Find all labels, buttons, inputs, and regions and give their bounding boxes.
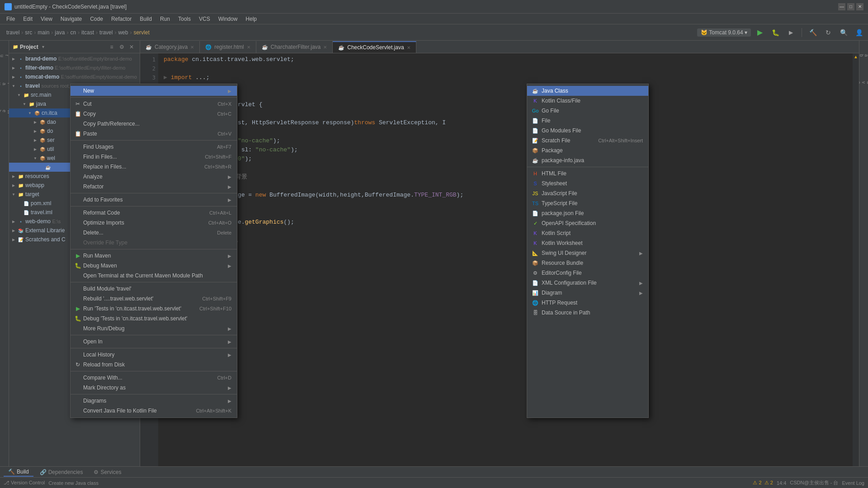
menu-navigate[interactable]: Navigate [57, 15, 85, 23]
tab-close-2[interactable]: ✕ [247, 45, 250, 50]
ctx-paste[interactable]: 📋 Paste Ctrl+V [71, 129, 237, 139]
submenu-swing-ui[interactable]: 📐 Swing UI Designer ▶ [527, 248, 648, 258]
menu-view[interactable]: View [37, 15, 56, 23]
panel-collapse-all[interactable]: ≡ [107, 42, 116, 52]
breadcrumb-web[interactable]: web [118, 29, 128, 36]
tab-close-3[interactable]: ✕ [323, 45, 327, 50]
warning-marker-1[interactable]: ▲ [853, 53, 859, 60]
tree-item-tomcat-demo[interactable]: ▶ ▪ tomcat-demo E:\soft\untitledEmpty\to… [9, 72, 140, 81]
submenu-go-modules[interactable]: 📄 Go Modules File [527, 126, 648, 136]
minimize-button[interactable]: — [838, 3, 845, 10]
menu-refactor[interactable]: Refactor [108, 15, 135, 23]
ctx-debug-maven[interactable]: 🐛 Debug Maven ▶ [71, 261, 237, 271]
tab-close-1[interactable]: ✕ [190, 45, 194, 50]
ctx-debug-tests[interactable]: 🐛 Debug 'Tests in 'cn.itcast.travel.web.… [71, 314, 237, 324]
submenu-ts[interactable]: TS TypeScript File [527, 198, 648, 208]
menu-build[interactable]: Build [136, 15, 156, 23]
tree-item-brand-demo[interactable]: ▶ ▪ brand-demo E:\soft\untitledEmpty\bra… [9, 54, 140, 63]
debug-button[interactable]: 🐛 [769, 26, 782, 39]
coverage-button[interactable]: ▶ [784, 26, 797, 39]
ctx-mark-dir[interactable]: Mark Directory as ▶ [71, 383, 237, 393]
menu-code[interactable]: Code [86, 15, 107, 23]
menu-help[interactable]: Help [242, 15, 260, 23]
bottom-tab-build[interactable]: 🔨 Build [4, 468, 33, 477]
close-button[interactable]: ✕ [856, 3, 863, 10]
ctx-open-terminal[interactable]: Open Terminal at the Current Maven Modul… [71, 271, 237, 281]
event-log-label[interactable]: Event Log [842, 480, 864, 486]
breadcrumb-servlet[interactable]: servlet [133, 29, 149, 36]
status-version-control[interactable]: ⎇ Version Control [4, 480, 45, 486]
ctx-optimize[interactable]: Optimize Imports Ctrl+Alt+O [71, 218, 237, 228]
submenu-diagram[interactable]: 📊 Diagram ▶ [527, 288, 648, 298]
panel-hide[interactable]: ✕ [127, 42, 136, 52]
menu-tools[interactable]: Tools [175, 15, 194, 23]
submenu-stylesheet[interactable]: S Stylesheet [527, 178, 648, 188]
tab-checkcode-servlet[interactable]: ☕ CheckCodeServlet.java ✕ [333, 41, 416, 53]
submenu-package-info[interactable]: ☕ package-info.java [527, 155, 648, 165]
menu-run[interactable]: Run [156, 15, 174, 23]
ctx-find-files[interactable]: Find in Files... Ctrl+Shift+F [71, 152, 237, 162]
ctx-add-favorites[interactable]: Add to Favorites ▶ [71, 195, 237, 205]
submenu-html[interactable]: H HTML File [527, 169, 648, 178]
ctx-copy-path[interactable]: Copy Path/Reference... [71, 119, 237, 129]
web-tab[interactable]: Web [1, 99, 8, 126]
ctx-more-run[interactable]: More Run/Debug ▶ [71, 324, 237, 333]
project-dropdown[interactable]: ▾ [42, 44, 44, 49]
ctx-local-history[interactable]: Local History ▶ [71, 350, 237, 360]
maximize-button[interactable]: □ [847, 3, 854, 10]
menu-edit[interactable]: Edit [19, 15, 36, 23]
ctx-run-maven[interactable]: ▶ Run Maven ▶ [71, 251, 237, 261]
favorites-tab[interactable]: Fav [1, 70, 8, 98]
ctx-delete[interactable]: Delete... Delete [71, 228, 237, 238]
tab-category-java[interactable]: ☕ Category.java ✕ [140, 41, 200, 53]
ctx-rebuild[interactable]: Rebuild '....travel.web.servlet' Ctrl+Sh… [71, 294, 237, 304]
submenu-kotlin-worksheet[interactable]: K Kotlin Worksheet [527, 238, 648, 248]
run-button[interactable]: ▶ [754, 26, 766, 39]
submenu-xml-config[interactable]: 📄 XML Configuration File ▶ [527, 278, 648, 288]
ctx-refactor[interactable]: Refactor ▶ [71, 182, 237, 192]
user-button[interactable]: 👤 [853, 26, 865, 39]
breadcrumb-travel2[interactable]: travel [99, 29, 113, 36]
ctx-cut[interactable]: ✂ Cut Ctrl+X [71, 99, 237, 109]
ctx-reformat[interactable]: Reformat Code Ctrl+Alt+L [71, 208, 237, 218]
tab-register-html[interactable]: 🌐 register.html ✕ [200, 41, 256, 53]
ctx-find-usages[interactable]: Find Usages Alt+F7 [71, 142, 237, 152]
menu-window[interactable]: Window [215, 15, 241, 23]
submenu-java-class[interactable]: ☕ Java Class [527, 86, 648, 96]
submenu-js[interactable]: JS JavaScript File [527, 188, 648, 198]
submenu-scratch-file[interactable]: 📝 Scratch File Ctrl+Alt+Shift+Insert [527, 136, 648, 145]
breadcrumb-java[interactable]: java [55, 29, 65, 36]
ctx-convert-kotlin[interactable]: Convert Java File to Kotlin File Ctrl+Al… [71, 406, 237, 416]
ctx-diagrams[interactable]: Diagrams ▶ [71, 396, 237, 406]
ctx-copy[interactable]: 📋 Copy Ctrl+C [71, 109, 237, 119]
tab-charchater-filter[interactable]: ☕ CharchaterFilter.java ✕ [256, 41, 333, 53]
submenu-editorconfig[interactable]: ⚙ EditorConfig File [527, 268, 648, 278]
panel-settings[interactable]: ⚙ [117, 42, 126, 52]
submenu-http-request[interactable]: 🌐 HTTP Request [527, 298, 648, 308]
search-button[interactable]: 🔍 [837, 26, 850, 39]
submenu-data-source[interactable]: 🗄 Data Source in Path [527, 308, 648, 318]
breadcrumb-main[interactable]: main [38, 29, 49, 36]
submenu-kotlin-script[interactable]: K Kotlin Script [527, 228, 648, 238]
ctx-replace-files[interactable]: Replace in Files... Ctrl+Shift+R [71, 162, 237, 172]
update-button[interactable]: ↻ [822, 26, 835, 39]
ctx-open-in[interactable]: Open In ▶ [71, 337, 237, 347]
breadcrumb-itcast[interactable]: itcast [81, 29, 94, 36]
structure-tab[interactable]: Struct [1, 42, 8, 70]
submenu-kotlin-class[interactable]: K Kotlin Class/File [527, 96, 648, 106]
breadcrumb-src[interactable]: src [25, 29, 32, 36]
menu-file[interactable]: File [3, 15, 19, 23]
ctx-build-module[interactable]: Build Module 'travel' [71, 284, 237, 294]
bottom-tab-dependencies[interactable]: 🔗 Dependencies [35, 468, 88, 476]
run-config-selector[interactable]: 🐱 Tomcat 9.0.64 ▾ [697, 28, 751, 37]
ctx-run-tests[interactable]: ▶ Run 'Tests in 'cn.itcast.travel.web.se… [71, 304, 237, 314]
bottom-tab-services[interactable]: ⚙ Services [89, 468, 126, 476]
tab-close-4[interactable]: ✕ [407, 45, 410, 50]
ctx-compare[interactable]: Compare With... Ctrl+D [71, 373, 237, 383]
build-project-button[interactable]: 🔨 [807, 26, 819, 39]
ctx-analyze[interactable]: Analyze ▶ [71, 172, 237, 182]
submenu-resource-bundle[interactable]: 📦 Resource Bundle [527, 258, 648, 268]
breadcrumb-cn[interactable]: cn [70, 29, 76, 36]
breadcrumb-travel[interactable]: travel [6, 29, 19, 36]
tree-item-filter-demo[interactable]: ▶ ▪ filter-demo E:\soft\untitledEmpty\fi… [9, 63, 140, 72]
